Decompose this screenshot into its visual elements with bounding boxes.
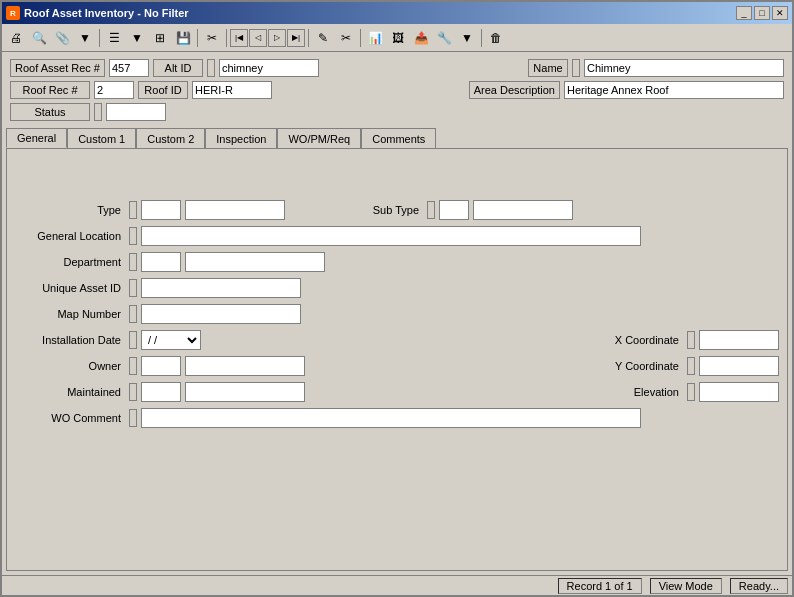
first-record-button[interactable]: |◀ (230, 29, 248, 47)
elevation-input[interactable] (699, 382, 779, 402)
toolbar: 🖨 🔍 📎 ▼ ☰ ▼ ⊞ 💾 ✂ |◀ ◁ ▷ ▶| ✎ ✂ 📊 🖼 📤 🔧 … (2, 24, 792, 52)
header-row-1: Roof Asset Rec # Alt ID Name (10, 58, 784, 78)
status-indicator (94, 103, 102, 121)
maintained-row: Maintained Elevation (15, 381, 779, 403)
name-indicator (572, 59, 580, 77)
general-location-indicator (129, 227, 137, 245)
general-location-input[interactable] (141, 226, 641, 246)
ready-status: Ready... (730, 578, 788, 594)
header-row-3: Status (10, 102, 784, 122)
owner-desc-input[interactable] (185, 356, 305, 376)
toolbar-separator-5 (360, 29, 361, 47)
roof-id-label: Roof ID (138, 81, 188, 99)
attach-button[interactable]: 📎 (51, 27, 73, 49)
alt-id-input[interactable] (219, 59, 319, 77)
tab-wo-pm-req[interactable]: WO/PM/Req (277, 128, 361, 148)
tab-general[interactable]: General (6, 128, 67, 148)
toolbar-separator-1 (99, 29, 100, 47)
tab-inspection[interactable]: Inspection (205, 128, 277, 148)
wd-comment-input[interactable] (141, 408, 641, 428)
wd-comment-row: WO Comment (15, 407, 779, 429)
maintained-desc-input[interactable] (185, 382, 305, 402)
search-button[interactable]: 🔍 (28, 27, 50, 49)
alt-id-label: Alt ID (153, 59, 203, 77)
name-label: Name (528, 59, 568, 77)
type-code-input[interactable] (141, 200, 181, 220)
header-fields: Roof Asset Rec # Alt ID Name Roof Rec # … (6, 56, 788, 124)
unique-asset-id-input[interactable] (141, 278, 301, 298)
owner-code-input[interactable] (141, 356, 181, 376)
view-mode-status: View Mode (650, 578, 722, 594)
area-desc-input[interactable] (564, 81, 784, 99)
main-window: R Roof Asset Inventory - No Filter _ □ ✕… (0, 0, 794, 597)
status-label: Status (10, 103, 90, 121)
sub-type-label: Sub Type (353, 204, 423, 216)
sub-type-indicator (427, 201, 435, 219)
new-button[interactable]: ✎ (312, 27, 334, 49)
list-button[interactable]: ☰ (103, 27, 125, 49)
sub-type-code-input[interactable] (439, 200, 469, 220)
next-record-button[interactable]: ▷ (268, 29, 286, 47)
filter-dropdown-button[interactable]: ▼ (74, 27, 96, 49)
report-button[interactable]: 📤 (410, 27, 432, 49)
maintained-code-input[interactable] (141, 382, 181, 402)
cut-button[interactable]: ✂ (201, 27, 223, 49)
type-desc-input[interactable] (185, 200, 285, 220)
header-row-2: Roof Rec # Roof ID Area Description (10, 80, 784, 100)
close-button[interactable]: ✕ (772, 6, 788, 20)
general-form: Type Sub Type General Location (15, 199, 779, 429)
toolbar-separator-4 (308, 29, 309, 47)
tab-comments[interactable]: Comments (361, 128, 436, 148)
department-label: Department (15, 256, 125, 268)
toolbar-separator-6 (481, 29, 482, 47)
unique-asset-id-label: Unique Asset ID (15, 282, 125, 294)
window-title: Roof Asset Inventory - No Filter (24, 7, 189, 19)
toolbar-separator-3 (226, 29, 227, 47)
roof-rec-input[interactable] (94, 81, 134, 99)
elevation-indicator (687, 383, 695, 401)
last-record-button[interactable]: ▶| (287, 29, 305, 47)
help-button[interactable]: 🗑 (485, 27, 507, 49)
tab-custom1[interactable]: Custom 1 (67, 128, 136, 148)
y-coordinate-input[interactable] (699, 356, 779, 376)
x-coordinate-input[interactable] (699, 330, 779, 350)
grid-button[interactable]: ⊞ (149, 27, 171, 49)
owner-row: Owner Y Coordinate (15, 355, 779, 377)
roof-id-input[interactable] (192, 81, 272, 99)
department-indicator (129, 253, 137, 271)
type-indicator (129, 201, 137, 219)
sub-type-desc-input[interactable] (473, 200, 573, 220)
tab-custom2[interactable]: Custom 2 (136, 128, 205, 148)
department-desc-input[interactable] (185, 252, 325, 272)
export-button[interactable]: 🖼 (387, 27, 409, 49)
import-button[interactable]: 📊 (364, 27, 386, 49)
print-button[interactable]: 🖨 (5, 27, 27, 49)
department-row: Department (15, 251, 779, 273)
content-area: Roof Asset Rec # Alt ID Name Roof Rec # … (2, 52, 792, 575)
settings-button[interactable]: 🔧 (433, 27, 455, 49)
prev-record-button[interactable]: ◁ (249, 29, 267, 47)
area-desc-label: Area Description (469, 81, 560, 99)
maintained-indicator (129, 383, 137, 401)
settings-dropdown-button[interactable]: ▼ (456, 27, 478, 49)
type-row: Type Sub Type (15, 199, 779, 221)
maximize-button[interactable]: □ (754, 6, 770, 20)
unique-asset-id-indicator (129, 279, 137, 297)
status-input[interactable] (106, 103, 166, 121)
roof-asset-rec-input[interactable] (109, 59, 149, 77)
department-code-input[interactable] (141, 252, 181, 272)
wd-comment-indicator (129, 409, 137, 427)
type-label: Type (15, 204, 125, 216)
installation-date-select[interactable]: / / (141, 330, 201, 350)
map-number-input[interactable] (141, 304, 301, 324)
name-input[interactable] (584, 59, 784, 77)
save-button[interactable]: 💾 (172, 27, 194, 49)
list-dropdown-button[interactable]: ▼ (126, 27, 148, 49)
delete-button[interactable]: ✂ (335, 27, 357, 49)
roof-asset-rec-label: Roof Asset Rec # (10, 59, 105, 77)
elevation-label: Elevation (593, 386, 683, 398)
minimize-button[interactable]: _ (736, 6, 752, 20)
record-status: Record 1 of 1 (558, 578, 642, 594)
tab-bar: General Custom 1 Custom 2 Inspection WO/… (6, 128, 788, 148)
tab-container: General Custom 1 Custom 2 Inspection WO/… (6, 128, 788, 571)
